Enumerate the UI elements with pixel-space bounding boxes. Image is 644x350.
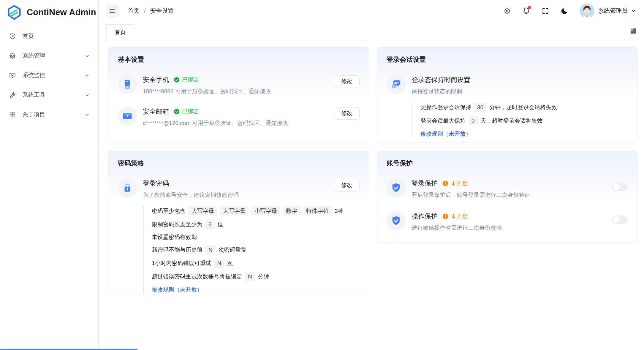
session-keep-row: 登录态保持时间设置 保持登录状态的限制 无操作登录会话保持30分钟，超时登录会话…	[387, 75, 628, 138]
mail-icon	[118, 107, 137, 126]
rule-value-chip: 小写字母	[251, 206, 280, 216]
rule-line: 无操作登录会话保持30分钟，超时登录会话将失效	[420, 103, 628, 112]
rule-line: 密码至少包含大写字母大写字母小写字母数字特殊字符3种	[152, 206, 328, 216]
item-description: 进行敏感操作时需进行二次身份校验	[412, 224, 606, 232]
item-title: 操作保护	[412, 212, 438, 221]
session-rules-block: 无操作登录会话保持30分钟，超时登录会话将失效登录会话最大保持0天，超时登录会话…	[412, 103, 628, 138]
rule-text: 限制密码长度至少为	[152, 220, 202, 228]
settings-gear-icon[interactable]	[503, 7, 511, 15]
not-enabled-badge: 未开启	[442, 213, 468, 220]
rule-line: 1小时内密码错误可重试N次	[152, 259, 328, 268]
breadcrumb: 首页 / 安全设置	[128, 7, 174, 15]
gear-icon	[9, 52, 16, 59]
rule-text: 无操作登录会话保持	[420, 103, 471, 111]
rule-line: 限制密码长度至少为6位	[152, 220, 328, 229]
rule-text: 密码至少包含	[152, 207, 186, 215]
chevron-down-icon	[85, 73, 89, 78]
sidebar-item-about-project[interactable]: 关于项目	[4, 107, 95, 122]
card-basic-settings: 基本设置 安全手机	[108, 47, 369, 143]
content-right-column: 登录会话设置 登录态保持时间设置	[377, 47, 637, 243]
rule-value-chip: 0	[469, 116, 478, 125]
item-description: 为了您的账号安全，建议定期修改密码	[143, 191, 328, 199]
rule-value-chip: N	[214, 259, 224, 268]
security-email-row: 安全邮箱 已绑定 c********@126.com 可用于身份验证、密码找回	[118, 107, 360, 127]
login-protection-row: 登录保护 未开启 开启登录保护后，账	[387, 178, 628, 199]
rule-line: 登录会话最大保持0天，超时登录会话将失效	[420, 116, 628, 125]
tab-actions-grid-icon[interactable]	[630, 28, 637, 34]
rule-line: 未设置密码有效期	[152, 233, 328, 241]
sidebar: ContiNew Admin 首页	[0, 0, 99, 350]
chat-icon	[387, 75, 406, 94]
rule-text: 位	[218, 220, 223, 228]
operation-protection-row: 操作保护 未开启 进行敏感操作时需进	[387, 211, 628, 232]
rule-text: 新密码不能与历史前	[152, 246, 202, 254]
modify-password-button[interactable]: 修改	[334, 179, 360, 191]
rule-text: 次	[227, 259, 233, 267]
modify-session-rules-link[interactable]: 修改规则（未开放）	[420, 130, 471, 138]
sidebar-item-label: 关于项目	[23, 111, 45, 118]
rule-text: 分钟，超时登录会话将失效	[489, 103, 557, 111]
breadcrumb-current: 安全设置	[150, 7, 174, 15]
app-logo-icon	[7, 5, 22, 20]
card-session-settings: 登录会话设置 登录态保持时间设置	[377, 47, 637, 143]
notification-badge-dot	[528, 6, 531, 9]
sidebar-item-label: 系统监控	[23, 72, 45, 79]
phone-icon	[118, 75, 137, 94]
security-phone-row: 安全手机 已绑定 188****8888 可用于身份验证、密码找回、通知接收	[118, 75, 360, 95]
modify-email-button[interactable]: 修改	[334, 107, 360, 120]
app-root: ContiNew Admin 首页	[0, 0, 644, 350]
check-circle-icon	[174, 77, 180, 83]
user-name: 系统管理员	[598, 7, 628, 15]
item-title: 安全邮箱	[143, 107, 169, 116]
password-rules-block: 密码至少包含大写字母大写字母小写字母数字特殊字符3种限制密码长度至少为6位未设置…	[143, 206, 328, 294]
app-title: ContiNew Admin	[27, 7, 96, 17]
check-circle-icon	[174, 109, 180, 115]
tab-label: 首页	[115, 28, 126, 36]
chevron-down-icon	[85, 93, 89, 97]
breadcrumb-home[interactable]: 首页	[128, 7, 140, 15]
bound-status-badge: 已绑定	[174, 108, 199, 115]
rule-text: 超过错误密码重试次数账号将被锁定	[152, 273, 242, 281]
chevron-down-icon	[85, 54, 89, 58]
tab-home[interactable]: 首页	[106, 24, 134, 40]
shield-icon	[387, 211, 406, 230]
rule-value-chip: N	[245, 272, 255, 281]
toggle-knob	[613, 216, 620, 224]
item-title: 登录保护	[412, 179, 438, 188]
sidebar-item-system-monitor[interactable]: 系统监控	[4, 68, 95, 83]
horizontal-scrollbar-thumb[interactable]	[0, 349, 137, 350]
breadcrumb-separator: /	[144, 7, 146, 14]
rule-text: 分钟	[258, 273, 269, 281]
app-logo[interactable]: ContiNew Admin	[0, 0, 98, 25]
modify-phone-button[interactable]: 修改	[334, 75, 360, 88]
card-title: 密码策略	[118, 159, 360, 168]
sidebar-collapse-button[interactable]	[106, 4, 119, 18]
rule-value-chip: 大写字母	[189, 206, 217, 216]
modify-password-rules-link[interactable]: 修改规则（未开放）	[152, 286, 202, 294]
user-menu[interactable]: 系统管理员	[580, 4, 636, 18]
rule-text: 天，超时登录会话将失效	[481, 117, 543, 125]
login-password-row: 登录密码 为了您的账号安全，建议定期修改密码 密码至少包含大写字母大写字母小写字…	[118, 178, 360, 294]
login-protection-toggle[interactable]	[612, 183, 628, 191]
sidebar-item-system-tools[interactable]: 系统工具	[4, 88, 95, 102]
sidebar-item-label: 系统管理	[23, 52, 45, 60]
menu-fold-icon	[109, 7, 116, 15]
dashboard-icon	[9, 33, 16, 40]
rule-text: 3种	[335, 207, 344, 215]
rule-text: 未设置密码有效期	[152, 233, 197, 241]
notification-bell-icon[interactable]	[522, 7, 530, 15]
sidebar-item-system-management[interactable]: 系统管理	[4, 48, 95, 63]
dark-mode-moon-icon[interactable]	[561, 7, 568, 15]
sidebar-item-home[interactable]: 首页	[4, 29, 95, 44]
rule-text: 1小时内密码错误可重试	[152, 259, 211, 267]
item-title: 登录态保持时间设置	[412, 75, 470, 84]
rule-value-chip: 数字	[283, 206, 300, 216]
rule-text: 登录会话最大保持	[420, 117, 466, 125]
card-title: 登录会话设置	[387, 55, 628, 64]
fullscreen-icon[interactable]	[542, 7, 549, 15]
bound-status-badge: 已绑定	[174, 76, 199, 84]
header-actions: 系统管理员	[503, 4, 636, 18]
rule-value-chip: N	[205, 245, 216, 254]
operation-protection-toggle[interactable]	[612, 216, 628, 224]
main-area: 首页 / 安全设置	[99, 0, 644, 350]
